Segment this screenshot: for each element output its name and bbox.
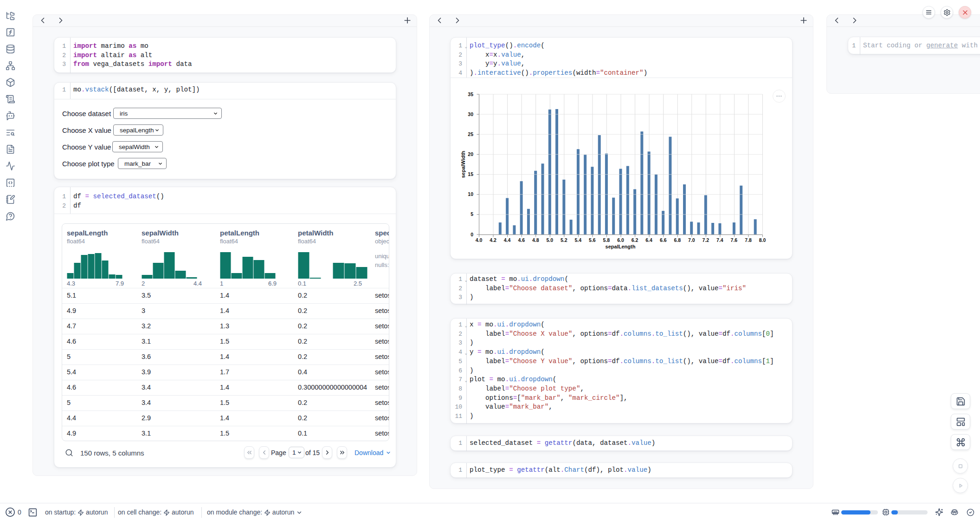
svg-text:7.0: 7.0: [688, 237, 695, 243]
svg-text:5.2: 5.2: [561, 237, 567, 243]
svg-text:10: 10: [468, 191, 473, 197]
svg-text:5.8: 5.8: [603, 237, 610, 243]
svg-text:6.4: 6.4: [645, 237, 652, 243]
svg-text:5.4: 5.4: [574, 237, 581, 243]
svg-text:20: 20: [468, 151, 473, 157]
svg-text:30: 30: [468, 111, 473, 117]
svg-text:sepalWidth: sepalWidth: [460, 150, 466, 178]
svg-text:4.0: 4.0: [476, 237, 483, 243]
svg-text:sepalLength: sepalLength: [606, 244, 636, 249]
svg-text:5: 5: [471, 211, 473, 217]
svg-text:5.0: 5.0: [546, 237, 553, 243]
svg-text:6.2: 6.2: [632, 237, 638, 243]
svg-text:7.8: 7.8: [745, 237, 752, 243]
svg-text:4.6: 4.6: [518, 237, 525, 243]
svg-text:25: 25: [468, 131, 473, 137]
svg-text:4.4: 4.4: [504, 237, 511, 243]
svg-text:4.8: 4.8: [532, 237, 539, 243]
svg-text:6.8: 6.8: [674, 237, 681, 243]
svg-text:6.0: 6.0: [617, 237, 624, 243]
svg-text:0: 0: [471, 232, 473, 237]
svg-text:35: 35: [468, 91, 473, 97]
svg-text:5.6: 5.6: [589, 237, 596, 243]
svg-text:8.0: 8.0: [759, 237, 766, 243]
svg-text:6.6: 6.6: [660, 237, 667, 243]
svg-text:15: 15: [468, 171, 473, 177]
svg-text:7.2: 7.2: [702, 237, 709, 243]
svg-text:4.2: 4.2: [490, 237, 496, 243]
svg-text:7.4: 7.4: [716, 237, 723, 243]
svg-text:7.6: 7.6: [731, 237, 738, 243]
